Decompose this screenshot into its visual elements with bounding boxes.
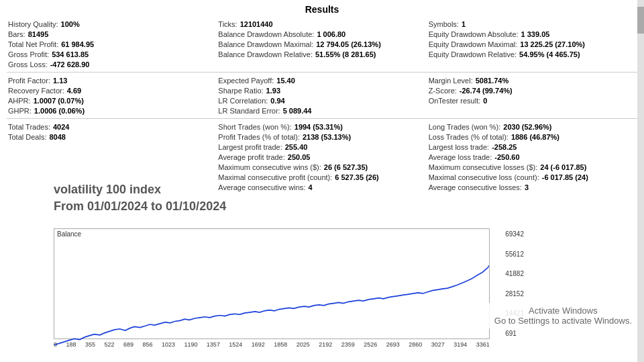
recovery-factor: Recovery Factor: 4.69 <box>7 85 217 95</box>
y-4: 55612 <box>505 251 524 258</box>
td-value: 8048 <box>49 133 65 141</box>
x-8: 1357 <box>207 341 220 348</box>
bdm-label: Balance Drawdown Maximal: <box>218 40 313 48</box>
alt-value: -250.60 <box>494 153 519 161</box>
ep-label: Expected Payoff: <box>218 77 274 85</box>
acw-label: Average consecutive wins: <box>218 183 305 191</box>
mclo-label: Maximal consecutive loss (count): <box>429 173 539 181</box>
edm-value: 13 225.25 (27.10%) <box>520 40 585 48</box>
row-1: History Quality: 100% Ticks: 12101440 Sy… <box>7 19 637 29</box>
ontester-result: OnTester result: 0 <box>427 95 637 105</box>
x-19: 3194 <box>453 341 467 348</box>
history-quality-value: 100% <box>61 20 80 28</box>
edr-label: Equity Drawdown Relative: <box>429 50 517 58</box>
x-14: 2359 <box>341 341 355 348</box>
x-7: 1190 <box>184 341 197 348</box>
rf-value: 4.69 <box>67 87 81 95</box>
lrse-value: 5 089.44 <box>283 107 312 115</box>
margin-level: Margin Level: 5081.74% <box>427 75 637 85</box>
ahpr-label: AHPR: <box>8 97 31 105</box>
symbols: Symbols: 1 <box>427 19 637 29</box>
x-6: 1023 <box>162 341 175 348</box>
gross-profit: Gross Profit: 534 613.85 <box>7 49 217 59</box>
tnp-value: 61 984.95 <box>61 40 94 48</box>
row-7: Recovery Factor: 4.69 Sharpe Ratio: 1.93… <box>7 85 637 95</box>
equity-drawdown-absolute: Equity Drawdown Absolute: 1 339.05 <box>427 29 637 39</box>
lpt-value: 255.40 <box>285 143 308 151</box>
main-container: Results History Quality: 100% Ticks: 121… <box>0 0 644 362</box>
bda-value: 1 006.80 <box>317 30 345 38</box>
lr-standard-error: LR Standard Error: 5 089.44 <box>217 105 427 116</box>
total-deals: Total Deals: 8048 <box>7 132 217 142</box>
lrc-value: 0.94 <box>270 97 284 105</box>
x-0: 0 <box>54 341 57 348</box>
short-trades: Short Trades (won %): 1994 (53.31%) <box>217 122 427 132</box>
ep-value: 15.40 <box>276 77 295 85</box>
sr-label: Sharpe Ratio: <box>218 87 263 95</box>
x-11: 1858 <box>274 341 287 348</box>
ml-value: 5081.74% <box>476 77 509 85</box>
bars-value: 81495 <box>28 30 49 38</box>
z-score: Z-Score: -26.74 (99.74%) <box>427 85 637 95</box>
apt-value: 250.05 <box>288 153 311 161</box>
x-15: 2526 <box>364 341 377 348</box>
lr-correlation: LR Correlation: 0.94 <box>217 95 427 105</box>
x-12: 2025 <box>297 341 310 348</box>
row-14: Maximum consecutive wins ($): 26 (6 527.… <box>7 162 637 172</box>
otr-value: 0 <box>483 97 487 105</box>
average-loss-trade: Average loss trade: -250.60 <box>427 152 637 162</box>
total-net-profit: Total Net Profit: 61 984.95 <box>7 39 217 49</box>
ml-label: Margin Level: <box>429 77 473 85</box>
otr-label: OnTester result: <box>429 97 481 105</box>
x-20: 3361 <box>476 341 490 348</box>
x-4: 689 <box>123 341 133 348</box>
row-2: Bars: 81495 Balance Drawdown Absolute: 1… <box>7 29 637 39</box>
ghpr: GHPR: 1.0006 (0.06%) <box>7 105 217 116</box>
avg-consec-losses: Average consecutive losses: 3 <box>427 182 637 192</box>
sr-value: 1.93 <box>266 87 280 95</box>
bdm-value: 12 794.05 (26.13%) <box>316 40 381 48</box>
activate-windows-overlay: Activate Windows Go to Settings to activ… <box>489 303 637 328</box>
llt-value: -258.25 <box>492 143 517 151</box>
mcw-value: 26 (6 527.35) <box>324 163 368 171</box>
edr-value: 54.95% (4 465.75) <box>519 50 580 58</box>
td-label: Total Deals: <box>8 133 46 141</box>
mcp-label: Maximal consecutive profit (count): <box>218 173 332 181</box>
apt-label: Average profit trade: <box>218 153 284 161</box>
profit-trades: Profit Trades (% of total): 2138 (53.13%… <box>217 132 427 142</box>
bdr-label: Balance Drawdown Relative: <box>218 50 313 58</box>
ahpr-value: 1.0007 (0.07%) <box>34 97 84 105</box>
symbols-label: Symbols: <box>429 20 459 28</box>
x-3: 522 <box>104 341 114 348</box>
row-6: Profit Factor: 1.13 Expected Payoff: 15.… <box>7 75 637 85</box>
history-quality: History Quality: 100% <box>7 19 217 29</box>
tt-label: Total Trades: <box>8 123 50 131</box>
scrollbar-thumb[interactable] <box>637 7 644 34</box>
activate-line2: Go to Settings to activate Windows. <box>494 316 632 326</box>
lrse-label: LR Standard Error: <box>218 107 280 115</box>
st-value: 1994 (53.31%) <box>294 123 343 131</box>
y-2: 28152 <box>505 290 524 298</box>
x-axis: 0 188 355 522 689 856 1023 1190 1357 152… <box>54 341 490 348</box>
scrollbar[interactable] <box>637 0 644 362</box>
x-16: 2693 <box>386 341 400 348</box>
total-trades: Total Trades: 4024 <box>7 122 217 132</box>
lrc-label: LR Correlation: <box>218 97 268 105</box>
gp-label: Gross Profit: <box>8 50 49 58</box>
row-12: Largest profit trade: 255.40 Largest los… <box>7 142 637 152</box>
page-title: Results <box>7 4 637 15</box>
maximal-consec-loss: Maximal consecutive loss (count): -6 017… <box>427 172 637 182</box>
history-quality-label: History Quality: <box>8 20 58 28</box>
mcw-label: Maximum consecutive wins ($): <box>218 163 321 171</box>
equity-drawdown-relative: Equity Drawdown Relative: 54.95% (4 465.… <box>427 49 637 59</box>
mcp-value: 6 527.35 (26) <box>335 173 378 181</box>
profit-factor: Profit Factor: 1.13 <box>7 75 217 85</box>
bars-label: Bars: <box>8 30 25 38</box>
edm-label: Equity Drawdown Maximal: <box>429 40 518 48</box>
x-5: 856 <box>142 341 152 348</box>
maximal-consec-profit: Maximal consecutive profit (count): 6 52… <box>217 172 427 182</box>
eda-label: Equity Drawdown Absolute: <box>429 30 519 38</box>
x-13: 2192 <box>319 341 332 348</box>
y-max: 69342 <box>505 230 524 238</box>
avg-consec-wins: Average consecutive wins: 4 <box>217 182 427 192</box>
